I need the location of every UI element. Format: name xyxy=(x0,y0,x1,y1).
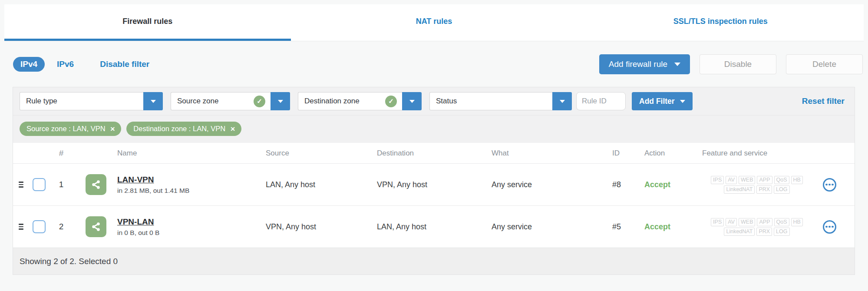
more-actions-icon[interactable] xyxy=(823,220,836,234)
badge-prx: PRX xyxy=(756,185,772,194)
row-count-summary: Showing 2 of 2. Selected 0 xyxy=(20,257,118,266)
tab-nat-rules[interactable]: NAT rules xyxy=(291,4,578,41)
badge-log: LOG xyxy=(774,185,789,194)
share-icon-glyph xyxy=(90,179,102,190)
column-header-source: Source xyxy=(266,149,377,158)
chevron-down-icon xyxy=(409,100,415,103)
source-zone-label: Source zone xyxy=(177,97,218,106)
chevron-down-icon xyxy=(680,100,685,103)
table-footer: Showing 2 of 2. Selected 0 xyxy=(13,248,855,274)
ipv4-toggle[interactable]: IPv4 xyxy=(13,57,45,72)
rule-what: Any service xyxy=(492,180,600,189)
check-circle-icon: ✓ xyxy=(254,96,265,107)
destination-zone-filter-chip: Destination zone : LAN, VPN ✕ xyxy=(126,122,241,136)
chevron-down-icon xyxy=(674,63,680,66)
rule-name-link[interactable]: VPN-LAN xyxy=(117,217,154,227)
table-header: # Name Source Destination What ID Action… xyxy=(13,143,855,163)
table-row: 2 VPN-LAN in 0 B, out 0 B VPN, Any host … xyxy=(13,205,855,248)
remove-filter-icon[interactable]: ✕ xyxy=(110,126,116,132)
row-checkbox[interactable] xyxy=(33,178,46,191)
filter-bar: Rule type Source zone ✓ Destination zone… xyxy=(13,87,855,116)
share-icon-glyph xyxy=(90,221,102,232)
rule-id-input[interactable] xyxy=(576,92,626,110)
column-header-number: # xyxy=(49,149,74,158)
firewall-rules-panel: Rule type Source zone ✓ Destination zone… xyxy=(13,87,855,275)
drag-handle-icon[interactable] xyxy=(13,182,30,188)
add-filter-label: Add Filter xyxy=(639,97,675,106)
badge-qos: QoS xyxy=(774,218,789,226)
rule-id: #5 xyxy=(600,222,639,231)
badge-av: AV xyxy=(726,218,737,226)
chip-label: Destination zone : LAN, VPN xyxy=(133,125,225,133)
column-header-feature: Feature and service xyxy=(689,149,855,158)
source-zone-select[interactable]: Source zone ✓ xyxy=(171,92,290,110)
badge-hb: HB xyxy=(791,218,803,226)
status-dropdown-toggle[interactable] xyxy=(552,92,572,110)
rule-type-label: Rule type xyxy=(26,97,57,106)
check-circle-icon: ✓ xyxy=(385,96,397,107)
add-filter-button[interactable]: Add Filter xyxy=(632,92,693,110)
rule-action: Accept xyxy=(639,222,689,231)
source-zone-filter-chip: Source zone : LAN, VPN ✕ xyxy=(20,122,121,136)
badge-ips: IPS xyxy=(711,176,724,184)
badge-prx: PRX xyxy=(756,228,772,236)
source-zone-dropdown-toggle[interactable] xyxy=(271,92,290,110)
badge-av: AV xyxy=(726,176,737,184)
tab-ssl-tls-inspection-rules[interactable]: SSL/TLS inspection rules xyxy=(577,4,864,41)
badge-web: WEB xyxy=(739,176,755,184)
delete-button[interactable]: Delete xyxy=(786,54,863,74)
disable-button[interactable]: Disable xyxy=(700,54,776,74)
reset-filter-link[interactable]: Reset filter xyxy=(802,96,848,106)
rule-what: Any service xyxy=(492,222,600,231)
ipv6-toggle[interactable]: IPv6 xyxy=(57,60,74,69)
chip-label: Source zone : LAN, VPN xyxy=(26,125,106,133)
status-label: Status xyxy=(436,97,457,106)
table-row: 1 LAN-VPN in 2.81 MB, out 1.41 MB LAN, A… xyxy=(13,163,855,205)
chevron-down-icon xyxy=(560,100,565,103)
status-select[interactable]: Status xyxy=(429,92,572,110)
badge-qos: QoS xyxy=(774,176,789,184)
rule-destination: LAN, Any host xyxy=(377,222,492,231)
share-icon[interactable] xyxy=(86,216,106,237)
remove-filter-icon[interactable]: ✕ xyxy=(230,126,235,132)
column-header-name: Name xyxy=(117,149,266,158)
toolbar-actions: Add firewall rule Disable Delete xyxy=(599,54,863,74)
badge-ips: IPS xyxy=(711,218,724,226)
rule-action: Accept xyxy=(639,180,689,189)
badge-app: APP xyxy=(757,218,772,226)
destination-zone-select[interactable]: Destination zone ✓ xyxy=(298,92,422,110)
rule-type-select[interactable]: Rule type xyxy=(20,92,163,110)
badge-hb: HB xyxy=(791,176,803,184)
active-filter-chips: Source zone : LAN, VPN ✕ Destination zon… xyxy=(13,116,855,143)
column-header-destination: Destination xyxy=(377,149,492,158)
destination-zone-dropdown-toggle[interactable] xyxy=(402,92,422,110)
badge-linkednat: LinkedNAT xyxy=(724,185,755,194)
row-checkbox[interactable] xyxy=(33,220,46,233)
badge-linkednat: LinkedNAT xyxy=(724,228,755,236)
disable-filter-link[interactable]: Disable filter xyxy=(100,60,149,69)
badge-log: LOG xyxy=(774,228,789,236)
column-header-action: Action xyxy=(639,149,689,158)
more-actions-icon[interactable] xyxy=(823,178,836,192)
badge-app: APP xyxy=(757,176,772,184)
rule-traffic: in 2.81 MB, out 1.41 MB xyxy=(117,187,266,195)
rule-destination: VPN, Any host xyxy=(377,180,492,189)
toolbar: IPv4 IPv6 Disable filter Add firewall ru… xyxy=(0,41,868,87)
chevron-down-icon xyxy=(278,100,283,103)
rule-name-link[interactable]: LAN-VPN xyxy=(117,175,154,185)
add-firewall-rule-label: Add firewall rule xyxy=(609,60,667,69)
tab-firewall-rules[interactable]: Firewall rules xyxy=(4,4,291,41)
add-firewall-rule-button[interactable]: Add firewall rule xyxy=(599,54,690,74)
share-icon[interactable] xyxy=(86,174,106,195)
chevron-down-icon xyxy=(151,100,156,103)
rule-source: LAN, Any host xyxy=(266,180,377,189)
rule-type-dropdown-toggle[interactable] xyxy=(143,92,163,110)
destination-zone-label: Destination zone xyxy=(304,97,360,106)
drag-handle-icon[interactable] xyxy=(13,224,30,230)
feature-badges: IPS AV WEB APP QoS HB LinkedNAT PRX LOG xyxy=(702,218,812,236)
badge-web: WEB xyxy=(739,218,755,226)
row-number: 1 xyxy=(49,180,74,189)
rule-id: #8 xyxy=(600,180,639,189)
row-number: 2 xyxy=(49,222,74,231)
tab-bar: Firewall rules NAT rules SSL/TLS inspect… xyxy=(4,4,864,41)
